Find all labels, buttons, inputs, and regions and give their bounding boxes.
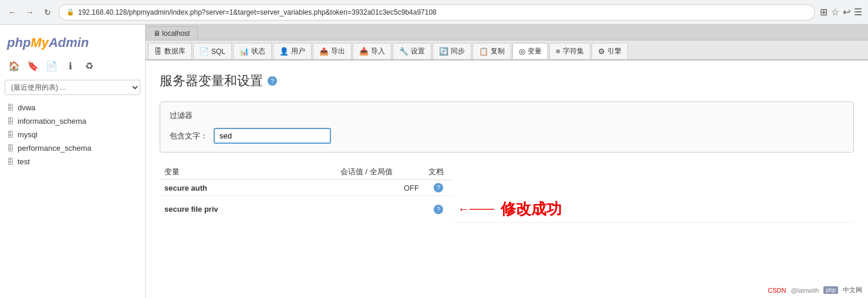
- address-bar[interactable]: 🔒 192.168.40.128/phpmyadmin/index.php?se…: [59, 4, 815, 21]
- footer-php-badge: php: [823, 286, 838, 294]
- bookmark2-icon[interactable]: 🔖: [26, 59, 40, 73]
- tab-export[interactable]: 📤 导出: [313, 43, 352, 59]
- page-footer: CSDN @lainwith php 中文网: [768, 286, 862, 294]
- table-select[interactable]: (最近使用的表) ...: [5, 80, 140, 95]
- server-tab[interactable]: 🖥 localhost: [146, 26, 198, 40]
- annotation-text: 修改成功: [501, 199, 562, 219]
- tab-settings[interactable]: 🔧 设置: [393, 43, 431, 59]
- database-icon: 🗄: [154, 47, 162, 56]
- sidebar-icons: 🏠 🔖 📄 ℹ ♻: [0, 55, 145, 76]
- menu-icon[interactable]: ☰: [854, 6, 862, 18]
- table-row-secure-auth: secure auth OFF ?: [160, 180, 854, 196]
- back2-icon[interactable]: ↩: [843, 6, 850, 18]
- db-icon: 🗄: [7, 144, 14, 153]
- info-icon[interactable]: ℹ: [63, 59, 77, 73]
- back-button[interactable]: ←: [6, 6, 19, 19]
- sync-icon: 🔄: [439, 47, 448, 56]
- server-tab-icon: 🖥: [153, 29, 160, 38]
- tab-user[interactable]: 👤 用户: [273, 43, 312, 59]
- db-icon: 🗄: [7, 104, 14, 112]
- forward-button[interactable]: →: [23, 6, 36, 19]
- tab-database-label: 数据库: [164, 46, 185, 56]
- tab-sync-label: 同步: [451, 46, 465, 56]
- nav-tabs: 🗄 数据库 📄 SQL 📊 状态 👤 用户 📤 导出 📥 导入: [146, 40, 868, 60]
- doc-help-icon2[interactable]: ?: [434, 205, 443, 214]
- table-row-secure-file-priv: secure file priv ? ←─── 修改成功: [160, 196, 854, 223]
- db-icon: 🗄: [7, 131, 14, 139]
- logo-my: My: [31, 35, 49, 50]
- filter-input[interactable]: [214, 128, 331, 144]
- logo-php: php: [7, 35, 31, 50]
- browser-actions: ⊞ ☆ ↩ ☰: [820, 6, 862, 18]
- copy-icon: 📋: [479, 47, 488, 56]
- tab-status[interactable]: 📊 状态: [233, 43, 272, 59]
- annotation-cell: ←─── 修改成功: [453, 196, 854, 223]
- db-icon: 🗄: [7, 117, 14, 126]
- tab-export-label: 导出: [331, 46, 345, 56]
- reload-button[interactable]: ↻: [41, 6, 54, 19]
- db-icon: 🗄: [7, 158, 14, 166]
- var-name-secure-auth: secure auth: [164, 184, 207, 192]
- charset-icon: ≡: [556, 47, 560, 56]
- sql-icon: 📄: [200, 47, 209, 56]
- var-doc-secure-file-priv: ?: [424, 196, 453, 223]
- tab-charset-label: 字符集: [563, 46, 584, 56]
- settings-icon: 🔧: [399, 47, 408, 56]
- sidebar-logo: phpMyAdmin: [0, 29, 145, 55]
- tab-copy[interactable]: 📋 复制: [472, 43, 511, 59]
- tab-sync[interactable]: 🔄 同步: [433, 43, 471, 59]
- var-val-secure-auth: OFF: [336, 180, 424, 196]
- tab-database[interactable]: 🗄 数据库: [148, 43, 192, 59]
- import-icon: 📥: [359, 47, 369, 56]
- url-text: 192.168.40.128/phpmyadmin/index.php?serv…: [78, 8, 808, 16]
- vars-table: 变量 会话值 / 全局值 文档 secure auth OFF ?: [160, 164, 854, 223]
- tab-copy-label: 复制: [491, 46, 505, 56]
- user-icon: 👤: [279, 47, 289, 56]
- footer-handle: @lainwith: [791, 287, 819, 294]
- tab-sql-label: SQL: [211, 48, 225, 56]
- file-icon[interactable]: 📄: [45, 59, 59, 73]
- tab-settings-label: 设置: [411, 46, 425, 56]
- tab-vars-label: 变量: [528, 46, 542, 56]
- tab-bar: 🖥 localhost: [146, 25, 868, 40]
- db-item-dvwa[interactable]: 🗄 dvwa: [0, 101, 145, 114]
- home-icon[interactable]: 🏠: [7, 59, 21, 73]
- var-doc-secure-auth: ?: [424, 180, 453, 196]
- col-header-doc: 文档: [424, 164, 453, 180]
- filter-box: 过滤器 包含文字：: [160, 101, 854, 153]
- tab-engine[interactable]: ⚙ 引擎: [592, 43, 628, 59]
- tab-sql[interactable]: 📄 SQL: [193, 43, 232, 59]
- bookmark-icon[interactable]: ☆: [831, 6, 839, 18]
- page-content: 服务器变量和设置 ? 过滤器 包含文字： 变量 会话值 / 全局值 文档: [146, 60, 868, 298]
- col-header-var: 变量: [160, 164, 336, 180]
- col-header-val: 会话值 / 全局值: [336, 164, 424, 180]
- footer-zhongwen: 中文网: [843, 286, 862, 294]
- annotation-container: ←─── 修改成功: [458, 199, 849, 219]
- db-item-test[interactable]: 🗄 test: [0, 155, 145, 168]
- tab-user-label: 用户: [291, 46, 305, 56]
- logo-admin: Admin: [49, 35, 89, 50]
- db-item-performance-schema[interactable]: 🗄 performance_schema: [0, 141, 145, 155]
- status-icon: 📊: [239, 47, 249, 56]
- db-name: test: [18, 157, 30, 166]
- tab-import[interactable]: 📥 导入: [353, 43, 391, 59]
- db-name: dvwa: [18, 103, 35, 112]
- vars-icon: ◎: [519, 47, 525, 56]
- tab-status-label: 状态: [251, 46, 265, 56]
- filter-label: 包含文字：: [170, 131, 208, 141]
- db-name: mysql: [18, 130, 38, 139]
- help-icon[interactable]: ?: [268, 76, 277, 86]
- tab-charset[interactable]: ≡ 字符集: [549, 43, 590, 59]
- engine-icon: ⚙: [598, 47, 605, 56]
- page-title: 服务器变量和设置 ?: [160, 72, 854, 90]
- var-name-secure-file-priv: secure file priv: [164, 205, 218, 214]
- db-name: performance_schema: [18, 144, 92, 153]
- refresh-icon[interactable]: ♻: [82, 59, 96, 73]
- db-item-information-schema[interactable]: 🗄 information_schema: [0, 114, 145, 128]
- filter-row: 包含文字：: [170, 128, 844, 144]
- doc-help-icon[interactable]: ?: [434, 183, 443, 192]
- db-item-mysql[interactable]: 🗄 mysql: [0, 128, 145, 141]
- tab-vars[interactable]: ◎ 变量: [512, 43, 548, 59]
- extensions-icon[interactable]: ⊞: [820, 6, 828, 18]
- db-name: information_schema: [18, 117, 86, 126]
